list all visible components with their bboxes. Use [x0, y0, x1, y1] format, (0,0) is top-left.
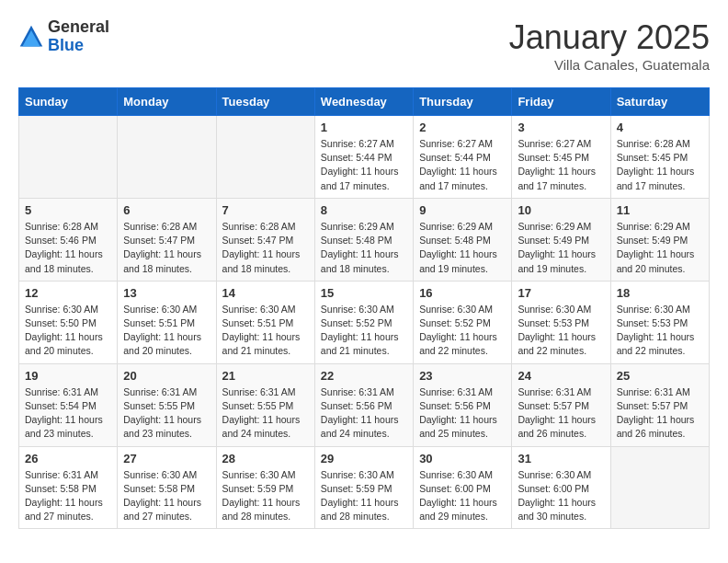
calendar-cell: 16Sunrise: 6:30 AMSunset: 5:52 PMDayligh… — [414, 281, 512, 363]
day-info: Sunrise: 6:30 AMSunset: 5:59 PMDaylight:… — [321, 468, 407, 524]
day-info: Sunrise: 6:29 AMSunset: 5:49 PMDaylight:… — [617, 220, 703, 276]
calendar-cell: 2Sunrise: 6:27 AMSunset: 5:44 PMDaylight… — [414, 116, 512, 199]
calendar-cell — [216, 116, 314, 199]
day-info: Sunrise: 6:29 AMSunset: 5:49 PMDaylight:… — [518, 220, 604, 276]
day-info: Sunrise: 6:30 AMSunset: 5:52 PMDaylight:… — [321, 303, 407, 359]
day-info: Sunrise: 6:28 AMSunset: 5:47 PMDaylight:… — [123, 220, 210, 276]
day-info: Sunrise: 6:30 AMSunset: 5:50 PMDaylight:… — [25, 303, 111, 359]
calendar-cell: 19Sunrise: 6:31 AMSunset: 5:54 PMDayligh… — [19, 363, 118, 446]
day-number: 26 — [25, 452, 111, 465]
page-header: General Blue January 2025 Villa Canales,… — [18, 18, 710, 73]
weekday-header-saturday: Saturday — [610, 88, 709, 116]
logo-text: General Blue — [48, 18, 109, 55]
day-number: 21 — [222, 369, 309, 383]
calendar-cell: 3Sunrise: 6:27 AMSunset: 5:45 PMDaylight… — [512, 116, 610, 199]
day-info: Sunrise: 6:30 AMSunset: 5:51 PMDaylight:… — [123, 303, 210, 359]
calendar-cell: 5Sunrise: 6:28 AMSunset: 5:46 PMDaylight… — [19, 198, 118, 281]
day-number: 17 — [518, 286, 604, 300]
day-info: Sunrise: 6:30 AMSunset: 6:00 PMDaylight:… — [518, 468, 604, 524]
day-number: 3 — [518, 121, 604, 134]
weekday-header-thursday: Thursday — [414, 88, 512, 116]
day-info: Sunrise: 6:31 AMSunset: 5:55 PMDaylight:… — [123, 385, 210, 442]
day-info: Sunrise: 6:29 AMSunset: 5:48 PMDaylight:… — [419, 220, 506, 276]
day-info: Sunrise: 6:30 AMSunset: 5:51 PMDaylight:… — [222, 303, 309, 359]
day-number: 8 — [321, 203, 407, 217]
day-number: 5 — [25, 203, 111, 217]
day-number: 1 — [321, 121, 407, 134]
logo-blue-text: Blue — [48, 37, 109, 55]
day-number: 4 — [617, 121, 703, 134]
day-info: Sunrise: 6:28 AMSunset: 5:47 PMDaylight:… — [222, 220, 309, 276]
day-info: Sunrise: 6:30 AMSunset: 5:53 PMDaylight:… — [617, 303, 703, 359]
day-number: 25 — [617, 369, 703, 383]
day-number: 9 — [419, 203, 506, 217]
day-info: Sunrise: 6:31 AMSunset: 5:56 PMDaylight:… — [321, 385, 407, 442]
day-info: Sunrise: 6:29 AMSunset: 5:48 PMDaylight:… — [321, 220, 407, 276]
day-info: Sunrise: 6:31 AMSunset: 5:58 PMDaylight:… — [25, 468, 111, 524]
calendar-week-row: 26Sunrise: 6:31 AMSunset: 5:58 PMDayligh… — [19, 446, 710, 529]
weekday-header-friday: Friday — [512, 88, 610, 116]
day-number: 11 — [617, 203, 703, 217]
calendar-cell: 17Sunrise: 6:30 AMSunset: 5:53 PMDayligh… — [512, 281, 610, 363]
calendar-cell: 27Sunrise: 6:30 AMSunset: 5:58 PMDayligh… — [118, 446, 216, 529]
day-number: 10 — [518, 203, 604, 217]
day-number: 14 — [222, 286, 309, 300]
day-info: Sunrise: 6:31 AMSunset: 5:55 PMDaylight:… — [222, 385, 309, 442]
day-info: Sunrise: 6:30 AMSunset: 6:00 PMDaylight:… — [419, 468, 506, 524]
day-number: 15 — [321, 286, 407, 300]
day-number: 13 — [123, 286, 210, 300]
calendar-cell — [118, 116, 216, 199]
title-block: January 2025 Villa Canales, Guatemala — [509, 18, 710, 73]
calendar-cell: 4Sunrise: 6:28 AMSunset: 5:45 PMDaylight… — [610, 116, 709, 199]
location-text: Villa Canales, Guatemala — [509, 57, 710, 73]
day-number: 23 — [419, 369, 506, 383]
calendar-cell: 31Sunrise: 6:30 AMSunset: 6:00 PMDayligh… — [512, 446, 610, 529]
day-info: Sunrise: 6:27 AMSunset: 5:44 PMDaylight:… — [321, 137, 407, 193]
day-number: 30 — [419, 452, 506, 465]
day-info: Sunrise: 6:30 AMSunset: 5:53 PMDaylight:… — [518, 303, 604, 359]
calendar-cell: 13Sunrise: 6:30 AMSunset: 5:51 PMDayligh… — [118, 281, 216, 363]
day-info: Sunrise: 6:30 AMSunset: 5:59 PMDaylight:… — [222, 468, 309, 524]
day-number: 27 — [123, 452, 210, 465]
day-info: Sunrise: 6:30 AMSunset: 5:52 PMDaylight:… — [419, 303, 506, 359]
day-info: Sunrise: 6:27 AMSunset: 5:45 PMDaylight:… — [518, 137, 604, 193]
day-number: 29 — [321, 452, 407, 465]
calendar-cell: 22Sunrise: 6:31 AMSunset: 5:56 PMDayligh… — [314, 363, 413, 446]
weekday-header-sunday: Sunday — [19, 88, 118, 116]
calendar-cell: 6Sunrise: 6:28 AMSunset: 5:47 PMDaylight… — [118, 198, 216, 281]
day-number: 28 — [222, 452, 309, 465]
day-number: 6 — [123, 203, 210, 217]
calendar-cell: 30Sunrise: 6:30 AMSunset: 6:00 PMDayligh… — [414, 446, 512, 529]
calendar-week-row: 12Sunrise: 6:30 AMSunset: 5:50 PMDayligh… — [19, 281, 710, 363]
day-number: 18 — [617, 286, 703, 300]
day-number: 22 — [321, 369, 407, 383]
day-info: Sunrise: 6:27 AMSunset: 5:44 PMDaylight:… — [419, 137, 506, 193]
day-number: 7 — [222, 203, 309, 217]
calendar-cell: 10Sunrise: 6:29 AMSunset: 5:49 PMDayligh… — [512, 198, 610, 281]
calendar-cell: 21Sunrise: 6:31 AMSunset: 5:55 PMDayligh… — [216, 363, 314, 446]
day-info: Sunrise: 6:31 AMSunset: 5:57 PMDaylight:… — [617, 385, 703, 442]
calendar-cell: 8Sunrise: 6:29 AMSunset: 5:48 PMDaylight… — [314, 198, 413, 281]
calendar-cell — [19, 116, 118, 199]
calendar-cell: 25Sunrise: 6:31 AMSunset: 5:57 PMDayligh… — [610, 363, 709, 446]
day-info: Sunrise: 6:31 AMSunset: 5:57 PMDaylight:… — [518, 385, 604, 442]
calendar-cell: 18Sunrise: 6:30 AMSunset: 5:53 PMDayligh… — [610, 281, 709, 363]
calendar-cell: 12Sunrise: 6:30 AMSunset: 5:50 PMDayligh… — [19, 281, 118, 363]
day-info: Sunrise: 6:28 AMSunset: 5:45 PMDaylight:… — [617, 137, 703, 193]
day-info: Sunrise: 6:30 AMSunset: 5:58 PMDaylight:… — [123, 468, 210, 524]
calendar-cell: 20Sunrise: 6:31 AMSunset: 5:55 PMDayligh… — [118, 363, 216, 446]
calendar-cell: 28Sunrise: 6:30 AMSunset: 5:59 PMDayligh… — [216, 446, 314, 529]
day-info: Sunrise: 6:28 AMSunset: 5:46 PMDaylight:… — [25, 220, 111, 276]
weekday-header-wednesday: Wednesday — [314, 88, 413, 116]
day-number: 24 — [518, 369, 604, 383]
calendar-cell: 9Sunrise: 6:29 AMSunset: 5:48 PMDaylight… — [414, 198, 512, 281]
logo-general-text: General — [48, 18, 109, 37]
calendar-cell: 15Sunrise: 6:30 AMSunset: 5:52 PMDayligh… — [314, 281, 413, 363]
weekday-header-tuesday: Tuesday — [216, 88, 314, 116]
calendar-week-row: 1Sunrise: 6:27 AMSunset: 5:44 PMDaylight… — [19, 116, 710, 199]
month-title: January 2025 — [509, 18, 710, 57]
calendar-cell: 29Sunrise: 6:30 AMSunset: 5:59 PMDayligh… — [314, 446, 413, 529]
calendar-cell: 14Sunrise: 6:30 AMSunset: 5:51 PMDayligh… — [216, 281, 314, 363]
calendar-cell: 1Sunrise: 6:27 AMSunset: 5:44 PMDaylight… — [314, 116, 413, 199]
calendar-cell: 23Sunrise: 6:31 AMSunset: 5:56 PMDayligh… — [414, 363, 512, 446]
